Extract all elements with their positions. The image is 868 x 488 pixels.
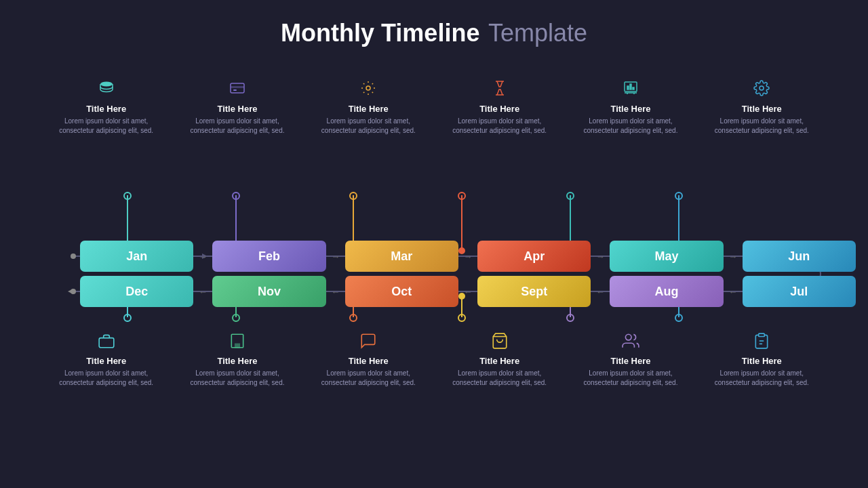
- bottom-card-aug-text: Lorem ipsum dolor sit amet, consectetur …: [578, 369, 683, 388]
- svg-rect-72: [633, 87, 634, 89]
- top-card-jan-title: Title Here: [86, 104, 126, 114]
- month-may[interactable]: May: [610, 241, 723, 272]
- bottom-card-oct-text: Lorem ipsum dolor sit amet, consectetur …: [316, 369, 421, 388]
- title-area: Monthly Timeline Template: [0, 0, 868, 47]
- svg-rect-86: [759, 333, 765, 336]
- bottom-card-aug: Title Here Lorem ipsum dolor sit amet, c…: [578, 332, 683, 388]
- bottom-card-dec-title: Title Here: [86, 356, 126, 366]
- bottom-card-aug-title: Title Here: [610, 356, 650, 366]
- svg-point-29: [233, 192, 239, 199]
- top-card-apr: Title Here Lorem ipsum dolor sit amet, c…: [447, 80, 552, 136]
- month-feb[interactable]: Feb: [212, 241, 326, 272]
- bottom-card-jul: Title Here Lorem ipsum dolor sit amet, c…: [709, 332, 814, 388]
- top-card-apr-title: Title Here: [479, 104, 519, 114]
- month-sept[interactable]: Sept: [477, 276, 591, 307]
- top-card-mar-text: Lorem ipsum dolor sit amet, consectetur …: [316, 117, 421, 136]
- slide: Monthly Timeline Template: [0, 0, 868, 488]
- top-card-feb-text: Lorem ipsum dolor sit amet, consectetur …: [184, 117, 290, 136]
- svg-point-54: [458, 314, 465, 321]
- svg-point-41: [675, 192, 682, 199]
- top-card-may-title: Title Here: [610, 104, 650, 114]
- month-dec[interactable]: Dec: [80, 276, 193, 307]
- top-card-mar: Title Here Lorem ipsum dolor sit amet, c…: [316, 80, 421, 136]
- chart-icon: [623, 80, 639, 100]
- title-bold: Monthly Timeline: [281, 19, 479, 47]
- top-card-jun-text: Lorem ipsum dolor sit amet, consectetur …: [709, 117, 814, 136]
- top-card-feb: Title Here Lorem ipsum dolor sit amet, c…: [184, 80, 290, 136]
- svg-rect-70: [627, 86, 629, 89]
- bottom-card-dec: Title Here Lorem ipsum dolor sit amet, c…: [54, 332, 159, 388]
- bottom-card-nov-text: Lorem ipsum dolor sit amet, consectetur …: [184, 369, 290, 388]
- svg-rect-71: [630, 84, 631, 89]
- top-card-jun-title: Title Here: [742, 104, 782, 114]
- settings-icon: [753, 80, 770, 100]
- svg-point-32: [350, 192, 357, 199]
- chat-icon: [359, 332, 377, 352]
- svg-point-51: [350, 314, 357, 321]
- top-card-jun: Title Here Lorem ipsum dolor sit amet, c…: [709, 80, 814, 136]
- svg-point-3: [71, 289, 76, 294]
- bottom-card-jul-text: Lorem ipsum dolor sit amet, consectetur …: [709, 369, 814, 388]
- month-jan[interactable]: Jan: [80, 241, 193, 272]
- people-icon: [622, 332, 639, 352]
- bottom-card-sept-title: Title Here: [479, 356, 519, 366]
- svg-point-48: [233, 314, 239, 321]
- svg-point-85: [625, 334, 631, 340]
- clipboard-icon: [753, 332, 770, 352]
- top-card-mar-title: Title Here: [349, 104, 389, 114]
- month-nov[interactable]: Nov: [212, 276, 326, 307]
- svg-point-73: [760, 86, 764, 90]
- month-aug[interactable]: Aug: [610, 276, 723, 307]
- month-jun[interactable]: Jun: [743, 241, 856, 272]
- bottom-card-jul-title: Title Here: [742, 356, 782, 366]
- bottom-card-nov: Title Here Lorem ipsum dolor sit amet, c…: [184, 332, 290, 388]
- svg-marker-24: [68, 289, 73, 294]
- svg-point-57: [567, 314, 574, 321]
- svg-point-2: [71, 253, 76, 259]
- bottom-card-nov-title: Title Here: [217, 356, 257, 366]
- card-icon: [229, 80, 245, 100]
- svg-rect-63: [231, 86, 244, 88]
- bottom-card-sept: Title Here Lorem ipsum dolor sit amet, c…: [447, 332, 552, 388]
- title-light: Template: [488, 19, 587, 47]
- svg-point-45: [124, 314, 131, 321]
- month-oct[interactable]: Oct: [345, 276, 458, 307]
- database-icon: [98, 80, 115, 100]
- bottom-card-oct-title: Title Here: [349, 356, 389, 366]
- bag-icon: [491, 332, 509, 352]
- top-card-may-text: Lorem ipsum dolor sit amet, consectetur …: [578, 117, 683, 136]
- top-card-apr-text: Lorem ipsum dolor sit amet, consectetur …: [447, 117, 552, 136]
- month-jul[interactable]: Jul: [743, 276, 856, 307]
- svg-point-35: [458, 192, 465, 199]
- svg-point-60: [675, 314, 682, 321]
- bottom-card-oct: Title Here Lorem ipsum dolor sit amet, c…: [316, 332, 421, 388]
- svg-point-38: [567, 192, 574, 199]
- bottom-card-sept-text: Lorem ipsum dolor sit amet, consectetur …: [447, 369, 552, 388]
- top-card-jan-text: Lorem ipsum dolor sit amet, consectetur …: [54, 117, 159, 136]
- svg-point-26: [124, 192, 131, 199]
- month-mar[interactable]: Mar: [345, 241, 458, 272]
- month-apr[interactable]: Apr: [477, 241, 591, 272]
- bottom-card-dec-text: Lorem ipsum dolor sit amet, consectetur …: [54, 369, 159, 388]
- svg-rect-64: [233, 89, 237, 91]
- hourglass-icon: [492, 80, 508, 100]
- briefcase-icon: [98, 332, 115, 352]
- top-card-feb-title: Title Here: [217, 104, 257, 114]
- top-card-may: Title Here Lorem ipsum dolor sit amet, c…: [578, 80, 683, 136]
- top-card-jan: Title Here Lorem ipsum dolor sit amet, c…: [54, 80, 159, 136]
- svg-point-65: [366, 86, 370, 90]
- svg-rect-83: [235, 344, 240, 347]
- svg-point-61: [100, 82, 113, 87]
- svg-rect-74: [99, 338, 114, 348]
- gear-icon: [360, 80, 376, 100]
- building-icon: [229, 332, 246, 352]
